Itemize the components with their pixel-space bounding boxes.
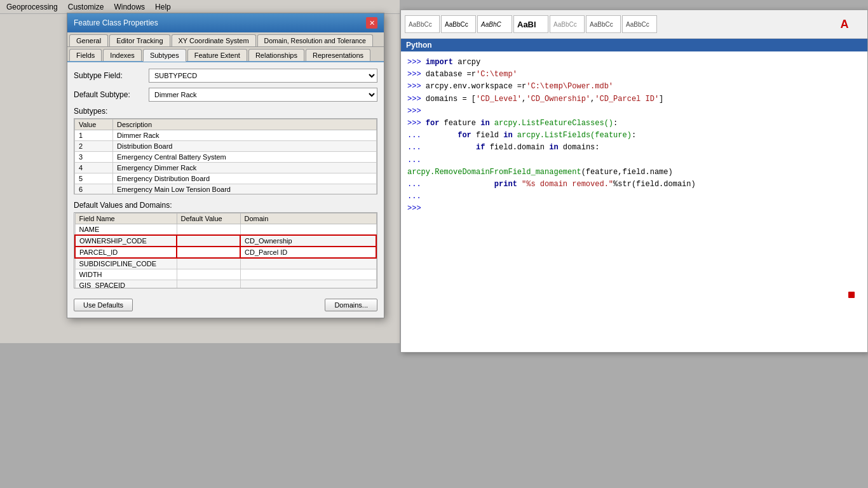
defaults-domain-cell: CD_Parcel ID xyxy=(240,247,376,258)
subtype-desc-cell: Emergency Central Battery System xyxy=(113,152,377,163)
py-line-3: >>> arcpy.env.workspace =r 'C:\temp\Powe… xyxy=(407,81,861,93)
menu-windows[interactable]: Windows xyxy=(114,3,145,11)
subtypes-table-row[interactable]: 6Emergency Main Low Tension Board xyxy=(75,184,377,195)
tab-xy-coordinate[interactable]: XY Coordinate System xyxy=(172,34,256,46)
use-defaults-button[interactable]: Use Defaults xyxy=(74,299,133,311)
subtypes-table-row[interactable]: 4Emergency Dimmer Rack xyxy=(75,163,377,173)
style-sample-7: AaBbCc xyxy=(622,15,657,33)
subtype-value-cell: 3 xyxy=(75,152,113,163)
dialog-title: Feature Class Properties xyxy=(74,18,158,27)
py-line-7: ... for field in arcpy.ListFields(featur… xyxy=(407,130,861,142)
red-dot-indicator xyxy=(848,292,855,298)
dialog-titlebar: Feature Class Properties ✕ xyxy=(67,13,384,32)
tab-representations[interactable]: Representations xyxy=(306,49,370,61)
defaults-fieldname-cell: NAME xyxy=(75,224,177,236)
defaults-table-row[interactable]: PARCEL_IDCD_Parcel ID xyxy=(75,247,376,258)
py-line-9: ... xyxy=(407,154,861,166)
defaults-defaultval-cell xyxy=(177,235,240,247)
py-line-6: >>> for feature in arcpy.ListFeatureClas… xyxy=(407,118,861,130)
style-sample-4: AaBl xyxy=(513,15,548,33)
subtype-desc-cell: Distribution Board xyxy=(113,141,377,152)
subtypes-table-row[interactable]: 5Emergency Distribution Board xyxy=(75,173,377,184)
py-line-13: >>> xyxy=(407,203,861,215)
style-sample-6: AaBbCc xyxy=(586,15,621,33)
py-line-4: >>> domains = [ 'CD_Level' , 'CD_Ownersh… xyxy=(407,93,861,105)
defaults-fieldname-cell: SUBDISCIPLINE_CODE xyxy=(75,258,177,269)
defaults-defaultval-cell xyxy=(177,280,240,289)
col-fieldname-header: Field Name xyxy=(75,214,177,224)
menu-geoprocessing[interactable]: Geoprocessing xyxy=(6,3,58,11)
tab-general[interactable]: General xyxy=(69,34,108,46)
dialog-footer: Use Defaults Domains... xyxy=(67,295,384,318)
defaults-fieldname-cell: PARCEL_ID xyxy=(75,247,177,258)
defaults-defaultval-cell xyxy=(177,258,240,269)
big-a-button[interactable]: A xyxy=(825,15,864,34)
defaults-domain-cell: CD_Ownership xyxy=(240,235,376,247)
defaults-table-row[interactable]: OWNERSHIP_CODECD_Ownership xyxy=(75,235,376,247)
tab-editor-tracking[interactable]: Editor Tracking xyxy=(109,34,170,46)
defaults-table-row[interactable]: SUBDISCIPLINE_CODE xyxy=(75,258,376,269)
defaults-table-row[interactable]: NAME xyxy=(75,224,376,236)
dialog-close-button[interactable]: ✕ xyxy=(366,17,377,29)
python-toolbar: AaBbCc AaBbCc AaBhC AaBl AaBbCc AaBbCc A… xyxy=(401,10,867,39)
dialog-body: Subtype Field: SUBTYPECD Default Subtype… xyxy=(67,62,384,295)
defaults-fieldname-cell: OWNERSHIP_CODE xyxy=(75,235,177,247)
python-panel: AaBbCc AaBbCc AaBhC AaBl AaBbCc AaBbCc A… xyxy=(400,10,868,353)
subtype-desc-cell: Emergency Dimmer Rack xyxy=(113,163,377,173)
py-line-12: ... xyxy=(407,191,861,203)
py-line-10: arcpy.RemoveDomainFromField_management (… xyxy=(407,166,861,179)
style-sample-5: AaBbCc xyxy=(550,15,585,33)
col-value-header: Value xyxy=(75,119,113,130)
subtype-value-cell: 4 xyxy=(75,163,113,173)
default-subtype-row: Default Subtype: Dimmer Rack xyxy=(74,88,377,102)
col-desc-header: Description xyxy=(113,119,377,130)
tab-fields[interactable]: Fields xyxy=(69,49,102,61)
tab-feature-extent[interactable]: Feature Extent xyxy=(187,49,247,61)
python-console[interactable]: >>> import arcpy >>> database =r 'C:\tem… xyxy=(401,51,867,349)
subtype-value-cell: 2 xyxy=(75,141,113,152)
tab-subtypes[interactable]: Subtypes xyxy=(143,49,186,62)
defaults-table-row[interactable]: GIS_SPACEID xyxy=(75,280,376,289)
col-defaultval-header: Default Value xyxy=(177,214,240,224)
style-sample-3: AaBhC xyxy=(477,15,512,33)
defaults-table: Field Name Default Value Domain NAMEOWNE… xyxy=(74,213,377,288)
tab-domain-resolution[interactable]: Domain, Resolution and Tolerance xyxy=(257,34,373,46)
defaults-domain-cell xyxy=(240,269,376,280)
defaults-fieldname-cell: WIDTH xyxy=(75,269,177,280)
defaults-defaultval-cell xyxy=(177,224,240,236)
subtype-value-cell: 6 xyxy=(75,184,113,195)
defaults-fieldname-cell: GIS_SPACEID xyxy=(75,280,177,289)
defaults-section-label: Default Values and Domains: xyxy=(74,201,377,210)
defaults-domain-cell xyxy=(240,258,376,269)
arcmap-menu: Geoprocessing Customize Windows Help xyxy=(0,0,400,14)
defaults-defaultval-cell xyxy=(177,247,240,258)
defaults-table-row[interactable]: WIDTH xyxy=(75,269,376,280)
style-sample-1: AaBbCc xyxy=(405,15,440,33)
subtype-field-select[interactable]: SUBTYPECD xyxy=(149,69,377,83)
subtype-field-row: Subtype Field: SUBTYPECD xyxy=(74,69,377,83)
subtype-desc-cell: Emergency Main Low Tension Board xyxy=(113,184,377,195)
default-subtype-select[interactable]: Dimmer Rack xyxy=(149,88,377,102)
feature-class-properties-dialog: Feature Class Properties ✕ General Edito… xyxy=(67,13,384,318)
tab-relationships[interactable]: Relationships xyxy=(248,49,304,61)
subtype-desc-cell: Dimmer Rack xyxy=(113,130,377,141)
defaults-table-container: Field Name Default Value Domain NAMEOWNE… xyxy=(74,212,377,288)
subtypes-table-scroll[interactable]: Value Description 1Dimmer Rack2Distribut… xyxy=(74,118,377,194)
subtypes-table-row[interactable]: 2Distribution Board xyxy=(75,141,377,152)
tab-row-1: General Editor Tracking XY Coordinate Sy… xyxy=(67,32,384,47)
defaults-table-scroll[interactable]: Field Name Default Value Domain NAMEOWNE… xyxy=(74,212,377,288)
style-sample-2: AaBbCc xyxy=(441,15,476,33)
subtypes-table-row[interactable]: 1Dimmer Rack xyxy=(75,130,377,141)
py-line-5: >>> xyxy=(407,105,861,118)
py-line-2: >>> database =r 'C:\temp' xyxy=(407,69,861,81)
subtype-field-label: Subtype Field: xyxy=(74,71,144,80)
domains-button[interactable]: Domains... xyxy=(325,299,377,311)
python-panel-title: Python xyxy=(401,39,867,51)
py-line-8: ... if field.domain in domains: xyxy=(407,142,861,154)
subtypes-table-row[interactable]: 3Emergency Central Battery System xyxy=(75,152,377,163)
tab-indexes[interactable]: Indexes xyxy=(103,49,142,61)
menu-customize[interactable]: Customize xyxy=(68,3,104,11)
style-previews: AaBbCc AaBbCc AaBhC AaBl AaBbCc AaBbCc A… xyxy=(405,15,657,33)
menu-help[interactable]: Help xyxy=(155,3,171,11)
prompt-1: >>> xyxy=(407,57,421,69)
